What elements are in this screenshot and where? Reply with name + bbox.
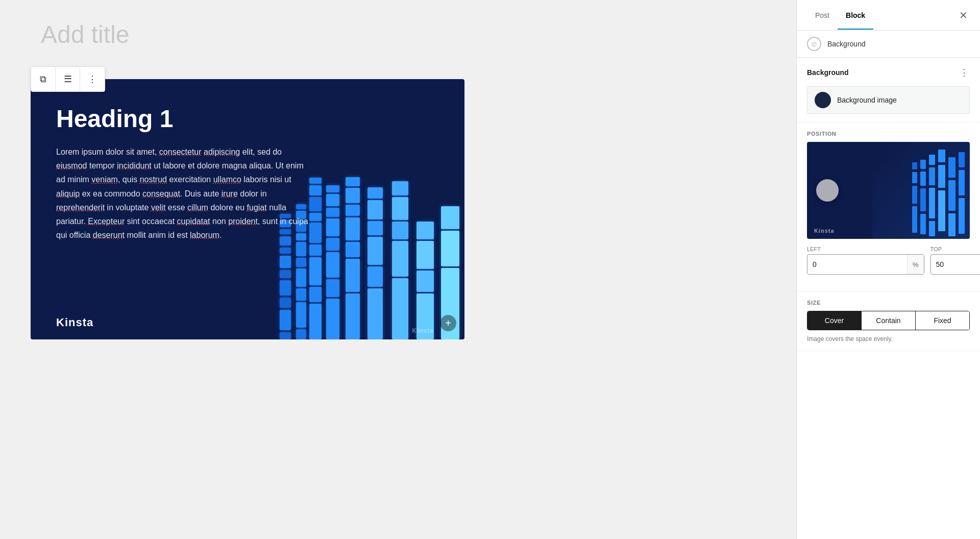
left-input-group: LEFT % — [807, 246, 924, 275]
background-image-label: Background image — [837, 96, 897, 104]
tab-block[interactable]: Block — [838, 2, 873, 30]
size-hint: Image covers the space evenly. — [807, 335, 970, 342]
add-block-button[interactable]: + — [440, 315, 456, 331]
position-preview-visual — [872, 142, 970, 239]
panel-section-header: Background ⋮ — [807, 66, 970, 79]
panel-more-button[interactable]: ⋮ — [959, 66, 970, 79]
add-title-placeholder[interactable]: Add title — [31, 20, 766, 48]
close-icon: ✕ — [959, 10, 968, 21]
position-section: POSITION — [797, 122, 980, 291]
group-button[interactable]: ⧉ — [31, 67, 56, 91]
panel-title: Background — [807, 68, 849, 77]
cover-block: Heading 1 Lorem ipsum dolor sit amet, co… — [31, 79, 464, 339]
kinsta-watermark: Kinsta — [412, 327, 434, 334]
sidebar-tabs: Post Block — [807, 2, 957, 29]
size-buttons: Cover Contain Fixed — [807, 311, 970, 330]
align-icon: ☰ — [64, 74, 72, 85]
block-toolbar: ⧉ ☰ ⋮ — [31, 66, 105, 92]
top-input[interactable] — [931, 255, 980, 274]
close-button[interactable]: ✕ — [957, 7, 970, 23]
top-input-group: TOP % — [930, 246, 980, 275]
more-icon: ⋮ — [88, 74, 97, 85]
position-inputs: LEFT % TOP % — [807, 246, 970, 275]
position-handle[interactable] — [816, 179, 839, 202]
plus-icon: + — [445, 317, 451, 329]
cover-body[interactable]: Lorem ipsum dolor sit amet, consectetur … — [56, 145, 311, 242]
position-label: POSITION — [807, 131, 970, 137]
tab-post[interactable]: Post — [807, 2, 838, 30]
position-preview[interactable]: Kinsta — [807, 142, 970, 239]
kinsta-logo: Kinsta — [56, 316, 93, 329]
sidebar-header: Post Block ✕ — [797, 0, 980, 31]
background-icon: ⊘ — [807, 37, 821, 51]
more-options-icon: ⋮ — [960, 67, 969, 78]
editor-area: Add title ⧉ ☰ ⋮ — [0, 0, 796, 539]
sidebar: Post Block ✕ ⊘ Background Background ⋮ B… — [796, 0, 980, 539]
left-input-wrapper: % — [807, 254, 924, 275]
size-fixed-button[interactable]: Fixed — [916, 311, 969, 330]
left-label: LEFT — [807, 246, 924, 252]
align-button[interactable]: ☰ — [56, 67, 80, 91]
cover-content: Heading 1 Lorem ipsum dolor sit amet, co… — [56, 105, 311, 242]
top-input-wrapper: % — [930, 254, 980, 275]
size-contain-button[interactable]: Contain — [862, 311, 916, 330]
left-unit: % — [907, 255, 924, 274]
background-image-button[interactable]: Background image — [807, 86, 970, 114]
size-cover-button[interactable]: Cover — [807, 311, 862, 330]
group-icon: ⧉ — [40, 74, 46, 85]
position-preview-logo: Kinsta — [814, 228, 835, 234]
background-image-circle — [815, 92, 831, 108]
cover-heading[interactable]: Heading 1 — [56, 105, 311, 133]
size-label: SIZE — [807, 300, 970, 306]
background-section-header: ⊘ Background — [797, 31, 980, 58]
size-section: SIZE Cover Contain Fixed Image covers th… — [797, 291, 980, 351]
background-panel: Background ⋮ Background image — [797, 58, 980, 122]
more-options-button[interactable]: ⋮ — [80, 67, 105, 91]
left-input[interactable] — [807, 255, 907, 274]
background-section-title: Background — [827, 40, 866, 48]
top-label: TOP — [930, 246, 980, 252]
